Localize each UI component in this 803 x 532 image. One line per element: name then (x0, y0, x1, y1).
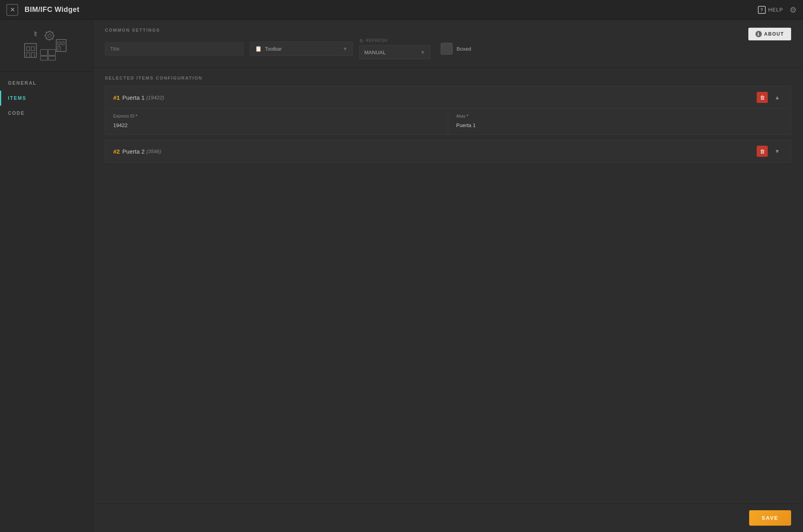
item-header-2: #2 Puerta 2 (3546) 🗑 ▼ (105, 140, 791, 162)
svg-rect-17 (62, 42, 64, 45)
about-label: ABOUT (764, 31, 784, 37)
common-settings-label: COMMON SETTINGS (105, 28, 471, 32)
item-card-2: #2 Puerta 2 (3546) 🗑 ▼ (105, 140, 791, 163)
delete-item-2-button[interactable]: 🗑 (757, 146, 768, 157)
svg-point-6 (48, 34, 51, 37)
boxed-checkbox[interactable] (441, 43, 453, 55)
top-bar: ✕ BIM/IFC Widget ? HELP ⚙ (0, 0, 803, 20)
svg-line-11 (46, 32, 47, 33)
item-header-1: #1 Puerta 1 (19422) 🗑 ▲ (105, 86, 791, 108)
collapse-item-2-button[interactable]: ▼ (772, 146, 783, 157)
items-config-panel: SELECTED ITEMS CONFIGURATION #1 Puerta 1… (93, 68, 803, 504)
item-id-1: (19422) (146, 95, 164, 101)
chevron-down-icon: ▼ (774, 148, 780, 154)
sidebar-item-general[interactable]: GENERAL (0, 76, 93, 91)
refresh-select[interactable]: MANUAL ▼ (359, 45, 430, 59)
common-settings-panel: COMMON SETTINGS 📋 Toolbar ▼ (93, 20, 803, 68)
svg-rect-4 (31, 53, 34, 57)
alias-value: Puerta 1 (456, 121, 783, 130)
sidebar: GENERAL ITEMS CODE (0, 20, 93, 532)
trash-icon-2: 🗑 (760, 148, 765, 154)
item-name-2: Puerta 2 (122, 148, 145, 155)
content-area: COMMON SETTINGS 📋 Toolbar ▼ (93, 20, 803, 532)
item-number-1: #1 (113, 94, 120, 101)
sidebar-logo (0, 20, 93, 72)
alias-field: Alias * Puerta 1 (448, 109, 791, 135)
sidebar-item-items[interactable]: ITEMS (0, 91, 93, 106)
svg-line-12 (52, 38, 53, 39)
sidebar-item-code[interactable]: CODE (0, 106, 93, 121)
bottom-bar: SAVE (93, 504, 803, 532)
app-title: BIM/IFC Widget (25, 6, 758, 14)
svg-rect-2 (31, 47, 34, 51)
refresh-label: Refresh (366, 38, 388, 43)
delete-item-1-button[interactable]: 🗑 (757, 92, 768, 103)
item-number-2: #2 (113, 148, 120, 155)
main-layout: GENERAL ITEMS CODE COMMON SETTINGS 📋 (0, 20, 803, 532)
express-id-label: Express ID (113, 114, 135, 118)
svg-rect-21 (40, 56, 48, 60)
svg-rect-1 (27, 47, 30, 51)
refresh-icon: ↻ (359, 38, 363, 44)
chevron-up-icon: ▲ (774, 94, 780, 101)
settings-row: 📋 Toolbar ▼ ↻ Refresh (105, 38, 471, 59)
help-icon: ? (758, 6, 766, 14)
title-input[interactable] (105, 42, 244, 55)
toolbar-arrow: ▼ (343, 46, 348, 52)
item-card-1: #1 Puerta 1 (19422) 🗑 ▲ (105, 86, 791, 135)
sidebar-nav: GENERAL ITEMS CODE (0, 76, 93, 121)
items-config-label: SELECTED ITEMS CONFIGURATION (105, 76, 791, 80)
svg-line-13 (52, 32, 53, 33)
svg-rect-22 (48, 56, 55, 60)
refresh-field: ↻ Refresh MANUAL ▼ (359, 38, 430, 59)
item-fields-1: Express ID * 19422 Alias * Puerta 1 (105, 108, 791, 135)
boxed-toggle[interactable]: Boxed (441, 43, 471, 55)
trash-icon: 🗑 (760, 95, 765, 101)
item-actions-2: 🗑 ▼ (757, 146, 783, 157)
help-label: HELP (768, 7, 783, 13)
express-id-field: Express ID * 19422 (105, 109, 448, 135)
toolbar-icon: 📋 (255, 46, 262, 52)
top-bar-actions: ? HELP ⚙ (758, 5, 797, 15)
about-button[interactable]: ℹ ABOUT (748, 28, 791, 40)
alias-label: Alias (456, 114, 466, 118)
about-icon: ℹ (755, 31, 762, 37)
svg-rect-18 (58, 46, 60, 51)
boxed-label: Boxed (457, 46, 471, 52)
required-star-1: * (136, 114, 137, 118)
svg-rect-20 (48, 49, 55, 55)
item-id-2: (3546) (146, 148, 161, 154)
help-button[interactable]: ? HELP (758, 6, 783, 14)
close-button[interactable]: ✕ (6, 4, 18, 16)
svg-rect-16 (58, 42, 60, 45)
svg-rect-19 (40, 49, 48, 55)
item-actions-1: 🗑 ▲ (757, 92, 783, 103)
toolbar-select[interactable]: 📋 Toolbar ▼ (250, 42, 353, 56)
settings-icon[interactable]: ⚙ (790, 5, 797, 15)
required-star-2: * (467, 114, 468, 118)
refresh-value: MANUAL (364, 49, 386, 55)
logo-image (23, 28, 70, 63)
svg-line-14 (46, 38, 47, 39)
svg-rect-3 (27, 53, 30, 57)
express-id-value: 19422 (113, 121, 440, 130)
save-button[interactable]: SAVE (749, 510, 791, 526)
toolbar-label: Toolbar (265, 46, 282, 52)
item-name-1: Puerta 1 (122, 94, 145, 101)
refresh-arrow: ▼ (420, 49, 425, 55)
collapse-item-1-button[interactable]: ▲ (772, 92, 783, 103)
